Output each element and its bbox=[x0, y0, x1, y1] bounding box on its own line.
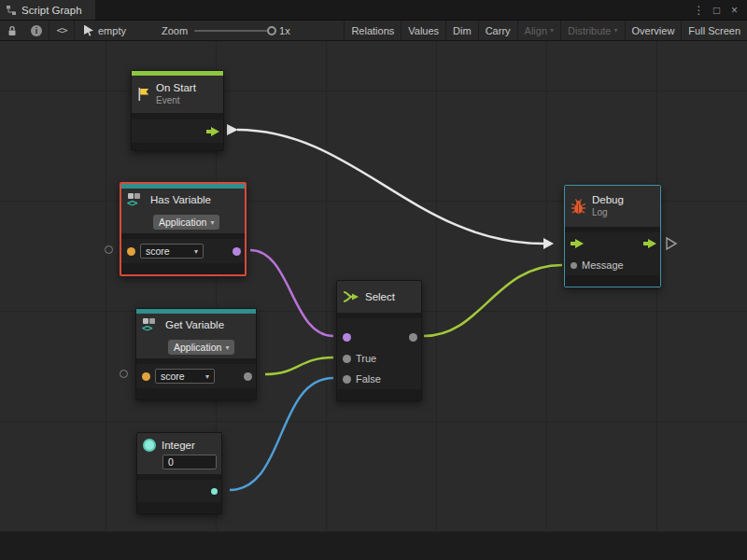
title-bar: Script Graph ⋮ □ × bbox=[0, 0, 747, 21]
variable-name-field[interactable]: score ▾ bbox=[140, 244, 204, 259]
dim-button[interactable]: Dim bbox=[445, 21, 478, 40]
node-subtitle: Log bbox=[592, 207, 624, 218]
hasvariable-unconnected-input-port[interactable] bbox=[105, 245, 113, 254]
variables-icon: <> bbox=[142, 317, 160, 333]
chevron-down-icon: ▾ bbox=[194, 247, 198, 256]
menu-kebab-icon[interactable]: ⋮ bbox=[692, 4, 706, 17]
node-integer[interactable]: Integer 0 bbox=[136, 432, 222, 514]
close-icon[interactable]: × bbox=[727, 4, 741, 17]
variables-icon: <> bbox=[127, 192, 145, 208]
condition-input-port[interactable] bbox=[343, 333, 351, 342]
info-icon[interactable]: i bbox=[24, 21, 49, 40]
pointer-icon bbox=[84, 25, 93, 36]
wire-hasvariable-to-select[interactable] bbox=[250, 250, 333, 336]
relations-button[interactable]: Relations bbox=[344, 21, 401, 40]
graph-icon bbox=[6, 5, 17, 16]
variable-scope-dropdown[interactable]: Application ▾ bbox=[168, 340, 234, 355]
variable-name-field[interactable]: score ▾ bbox=[155, 369, 215, 384]
integer-value-field[interactable]: 0 bbox=[162, 455, 217, 469]
script-graph-window: Script Graph ⋮ □ × i <> empty Zoom bbox=[0, 0, 747, 560]
variable-name-input-port[interactable] bbox=[142, 372, 150, 381]
node-on-start[interactable]: On Start Event bbox=[131, 70, 224, 151]
graph-canvas[interactable]: On Start Event <> bbox=[0, 41, 747, 560]
zoom-slider[interactable] bbox=[194, 30, 273, 32]
full-screen-button[interactable]: Full Screen bbox=[681, 21, 747, 40]
zoom-control: Zoom 1x bbox=[162, 25, 290, 36]
selection-label: empty bbox=[98, 25, 126, 36]
chevron-down-icon: ▾ bbox=[210, 218, 214, 227]
node-debug-log[interactable]: Debug Log Message bbox=[564, 185, 661, 287]
chevron-down-icon: ▾ bbox=[614, 26, 618, 35]
overview-button[interactable]: Overview bbox=[625, 21, 682, 40]
maximize-icon[interactable]: □ bbox=[710, 4, 724, 17]
flow-input-port[interactable] bbox=[571, 239, 584, 248]
variable-scope-dropdown[interactable]: Application ▾ bbox=[153, 215, 219, 230]
selection-output-port[interactable] bbox=[409, 333, 417, 342]
getvariable-unconnected-input-port[interactable] bbox=[120, 370, 128, 378]
false-port-label: False bbox=[356, 373, 381, 385]
bug-icon bbox=[571, 199, 586, 215]
bool-output-port[interactable] bbox=[233, 247, 241, 256]
canvas-boundary bbox=[0, 532, 747, 560]
wire-select-to-debuglog-message[interactable] bbox=[424, 265, 562, 336]
code-icon[interactable]: <> bbox=[49, 21, 74, 40]
zoom-value: 1x bbox=[279, 25, 290, 36]
distribute-button: Distribute ▾ bbox=[560, 21, 624, 40]
true-port-label: True bbox=[356, 353, 376, 364]
flow-arrowhead-debuglog-unconnected bbox=[667, 238, 676, 249]
node-subtitle: Event bbox=[156, 95, 196, 106]
window-controls: ⋮ □ × bbox=[692, 0, 747, 20]
value-output-port[interactable] bbox=[244, 372, 252, 381]
carry-button[interactable]: Carry bbox=[478, 21, 517, 40]
graph-toolbar: i <> empty Zoom 1x Relations Values Dim … bbox=[0, 21, 747, 41]
integer-icon bbox=[143, 439, 156, 452]
tab-script-graph[interactable]: Script Graph bbox=[0, 0, 95, 20]
chevron-down-icon: ▾ bbox=[550, 26, 554, 35]
align-button: Align ▾ bbox=[517, 21, 560, 40]
flow-output-port[interactable] bbox=[206, 127, 219, 136]
selection-status: empty bbox=[75, 21, 135, 40]
node-select[interactable]: Select True False bbox=[336, 280, 422, 401]
values-button[interactable]: Values bbox=[401, 21, 445, 40]
lock-icon[interactable] bbox=[0, 21, 24, 40]
node-title: Get Variable bbox=[165, 319, 224, 330]
true-input-port[interactable] bbox=[343, 355, 351, 363]
flow-arrowhead-onstart-out bbox=[227, 124, 238, 135]
integer-output-port[interactable] bbox=[211, 488, 218, 495]
node-title: Integer bbox=[162, 440, 195, 451]
node-title: On Start bbox=[156, 82, 196, 95]
message-input-port[interactable] bbox=[571, 262, 577, 269]
node-get-variable[interactable]: <> Get Variable Application ▾ score ▾ bbox=[135, 308, 257, 400]
chevron-down-icon: ▾ bbox=[225, 343, 229, 352]
false-input-port[interactable] bbox=[343, 375, 351, 384]
node-title: Debug bbox=[592, 194, 624, 207]
zoom-label: Zoom bbox=[162, 25, 188, 36]
chevron-down-icon: ▾ bbox=[205, 372, 209, 381]
flow-output-port[interactable] bbox=[643, 239, 656, 248]
message-port-label: Message bbox=[582, 259, 624, 271]
select-icon bbox=[343, 290, 359, 303]
wire-getvariable-to-select-true[interactable] bbox=[265, 357, 333, 374]
flag-icon bbox=[137, 87, 150, 102]
wire-onstart-to-debuglog[interactable] bbox=[237, 130, 543, 244]
tab-title: Script Graph bbox=[21, 5, 82, 16]
node-title: Select bbox=[365, 291, 395, 302]
node-has-variable[interactable]: <> Has Variable Application ▾ score ▾ bbox=[120, 182, 247, 276]
node-title: Has Variable bbox=[150, 194, 211, 205]
flow-arrowhead-debuglog-in bbox=[543, 238, 554, 249]
variable-name-input-port[interactable] bbox=[127, 247, 135, 256]
zoom-slider-handle[interactable] bbox=[267, 26, 276, 35]
